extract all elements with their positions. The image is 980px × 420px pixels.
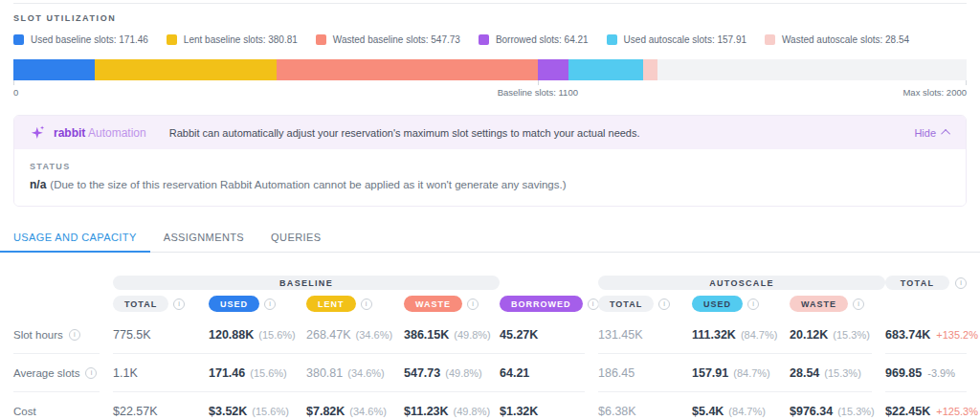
legend-label: Used autoscale slots: 157.91 bbox=[624, 34, 746, 45]
legend-item-used-baseline-slots[interactable]: Used baseline slots: 171.46 bbox=[13, 34, 148, 45]
column-header-spacer bbox=[13, 296, 113, 312]
row-label-text: Slot hours bbox=[13, 329, 63, 341]
cell-average-slots-borrowed: 64.21 bbox=[500, 354, 585, 392]
cell-cost-baseline-waste: $11.23K(49.8%) bbox=[404, 392, 500, 420]
legend-swatch-icon bbox=[13, 34, 24, 45]
cell-value: 380.81 bbox=[306, 366, 343, 380]
cell-value: 775.5K bbox=[113, 328, 151, 342]
cell-slot-hours-autoscale-used: 111.32K(84.7%) bbox=[692, 316, 790, 354]
legend-item-wasted-autoscale-slots[interactable]: Wasted autoscale slots: 28.54 bbox=[765, 34, 909, 45]
chart-legend: Used baseline slots: 171.46Lent baseline… bbox=[13, 34, 967, 45]
legend-swatch-icon bbox=[167, 34, 177, 45]
slot-utilization-page: SLOT UTILIZATION Used baseline slots: 17… bbox=[0, 3, 980, 420]
top-divider bbox=[13, 3, 967, 4]
tab-queries[interactable]: QUERIES bbox=[257, 232, 334, 252]
legend-item-used-autoscale-slots[interactable]: Used autoscale slots: 157.91 bbox=[607, 34, 746, 45]
tab-usage-and-capacity[interactable]: USAGE AND CAPACITY bbox=[0, 232, 150, 252]
tab-bar: USAGE AND CAPACITYASSIGNMENTSQUERIES bbox=[0, 232, 980, 253]
cell-average-slots-baseline-waste: 547.73(49.8%) bbox=[404, 354, 500, 392]
cell-value: $6.38K bbox=[598, 405, 636, 418]
table-group-header-row: BASELINEAUTOSCALETOTALi bbox=[13, 276, 967, 290]
page-title: SLOT UTILIZATION bbox=[13, 13, 967, 23]
axis-label-min: 0 bbox=[13, 87, 18, 98]
utilization-bar-axis: 0Baseline slots: 1100Max slots: 2000 bbox=[13, 80, 967, 99]
column-pill-baseline-total: TOTAL bbox=[113, 296, 168, 312]
info-icon[interactable]: i bbox=[747, 298, 759, 310]
cell-value: $22.57K bbox=[113, 405, 158, 418]
column-pill-baseline-lent: LENT bbox=[306, 296, 356, 312]
group-header-autoscale: AUTOSCALE bbox=[598, 276, 885, 290]
row-label-text: Average slots bbox=[13, 367, 79, 379]
info-icon[interactable]: i bbox=[658, 298, 670, 310]
info-icon[interactable]: i bbox=[467, 298, 479, 310]
cell-slot-hours-baseline-waste: 386.15K(49.8%) bbox=[404, 316, 500, 354]
brand-suffix: Automation bbox=[88, 126, 146, 140]
legend-item-lent-baseline-slots[interactable]: Lent baseline slots: 380.81 bbox=[167, 34, 298, 45]
cell-value: 386.15K bbox=[404, 328, 449, 342]
info-icon[interactable]: i bbox=[173, 298, 185, 310]
cell-value: $7.82K bbox=[306, 405, 345, 418]
cell-value: 969.85 bbox=[885, 366, 922, 380]
cell-value: 683.74K bbox=[885, 328, 930, 342]
cell-value: 28.54 bbox=[790, 366, 819, 380]
cell-cost-autoscale-used: $5.4K(84.7%) bbox=[692, 392, 790, 420]
cell-cost-baseline-lent: $7.82K(34.6%) bbox=[306, 392, 404, 420]
hide-button-label: Hide bbox=[914, 127, 936, 139]
automation-banner-header: rabbit Automation Rabbit can automatical… bbox=[14, 116, 966, 149]
column-pill-baseline-waste: WASTE bbox=[404, 296, 462, 312]
cell-average-slots-baseline-used: 171.46(15.6%) bbox=[209, 354, 306, 392]
bar-segment-used-autoscale-slots bbox=[568, 59, 644, 80]
utilization-stacked-bar bbox=[13, 59, 967, 80]
row-label-text: Cost bbox=[13, 406, 36, 417]
info-icon[interactable]: i bbox=[588, 298, 599, 310]
status-value: n/a bbox=[30, 178, 46, 191]
info-icon[interactable]: i bbox=[955, 277, 967, 289]
cell-value: $22.45K bbox=[885, 405, 930, 418]
cell-percent: (15.3%) bbox=[833, 329, 870, 341]
hide-button[interactable]: Hide bbox=[914, 127, 950, 139]
cell-slot-hours-baseline-used: 120.88K(15.6%) bbox=[209, 316, 306, 354]
row-label-slot-hours: Slot hoursi bbox=[13, 316, 100, 354]
bar-segment-wasted-autoscale-slots bbox=[643, 59, 657, 80]
cell-cost-grand-total: $22.45K+125.3% bbox=[885, 392, 967, 420]
column-header-grand-total bbox=[885, 296, 967, 312]
cell-cost-borrowed: $1.32K bbox=[500, 392, 585, 420]
tab-assignments[interactable]: ASSIGNMENTS bbox=[150, 232, 257, 252]
cell-value: 547.73 bbox=[404, 366, 440, 380]
group-header-total-pill: TOTAL bbox=[885, 276, 949, 290]
column-pill-autoscale-total: TOTAL bbox=[598, 296, 654, 312]
cell-value: 111.32K bbox=[692, 328, 736, 342]
legend-label: Borrowed slots: 64.21 bbox=[496, 34, 589, 45]
info-icon[interactable]: i bbox=[85, 367, 97, 379]
automation-status-panel: STATUS n/a(Due to the size of this reser… bbox=[14, 149, 966, 206]
info-icon[interactable]: i bbox=[69, 329, 80, 341]
info-icon[interactable]: i bbox=[853, 298, 864, 310]
legend-item-wasted-baseline-slots[interactable]: Wasted baseline slots: 547.73 bbox=[316, 34, 460, 45]
legend-label: Wasted baseline slots: 547.73 bbox=[333, 34, 460, 45]
info-icon[interactable]: i bbox=[264, 298, 276, 310]
status-note: (Due to the size of this reservation Rab… bbox=[50, 179, 566, 190]
cell-average-slots-autoscale-total: 186.45 bbox=[598, 354, 692, 392]
brand-name: rabbit bbox=[54, 126, 85, 140]
legend-swatch-icon bbox=[316, 34, 326, 45]
tick-max bbox=[966, 80, 967, 85]
cell-value: 20.12K bbox=[790, 328, 828, 342]
tick-baseline bbox=[538, 80, 539, 85]
legend-item-borrowed-slots[interactable]: Borrowed slots: 64.21 bbox=[479, 34, 589, 45]
group-header-total: TOTALi bbox=[885, 276, 967, 290]
cell-average-slots-autoscale-used: 157.91(84.7%) bbox=[692, 354, 790, 392]
cell-percent: (15.6%) bbox=[250, 367, 287, 379]
column-header-autoscale-waste: WASTEi bbox=[790, 296, 885, 312]
cell-cost-autoscale-total: $6.38K bbox=[598, 392, 692, 420]
info-icon[interactable]: i bbox=[361, 298, 372, 310]
cell-value: $5.4K bbox=[692, 405, 724, 418]
cell-cost-baseline-total: $22.57K bbox=[113, 392, 209, 420]
cell-cost-autoscale-waste: $976.34(15.3%) bbox=[790, 392, 872, 420]
bar-segment-lent-baseline-slots bbox=[95, 59, 277, 80]
cell-average-slots-autoscale-waste: 28.54(15.3%) bbox=[790, 354, 872, 392]
legend-swatch-icon bbox=[607, 34, 617, 45]
cell-value: 186.45 bbox=[598, 366, 635, 380]
cell-percent: (34.6%) bbox=[349, 406, 387, 417]
table-row-average-slots: Average slotsi1.1K171.46(15.6%)380.81(34… bbox=[13, 354, 967, 392]
chevron-up-icon bbox=[941, 129, 950, 139]
